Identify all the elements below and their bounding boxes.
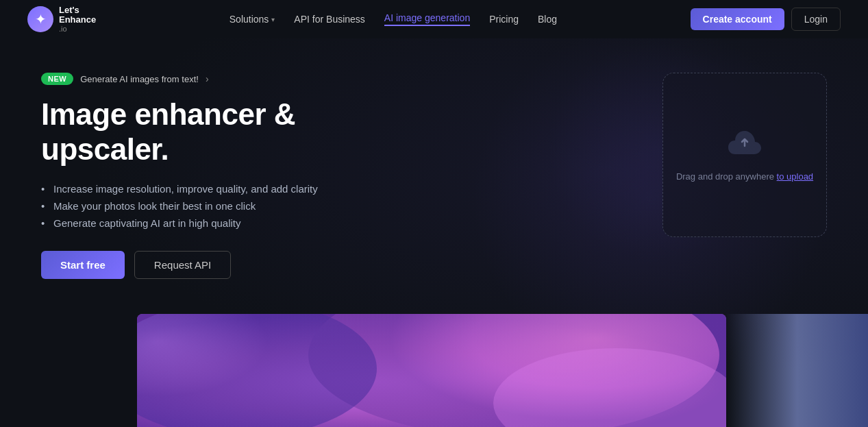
nav-solutions[interactable]: Solutions ▾ xyxy=(230,14,275,25)
logo-text: Let's Enhance .io xyxy=(59,5,96,34)
start-free-button[interactable]: Start free xyxy=(41,251,125,279)
bottom-strip xyxy=(0,314,868,427)
logo-line3: .io xyxy=(59,25,96,33)
hero-title: Image enhancer & upscaler. xyxy=(41,97,397,167)
hero-cta: Start free Request API xyxy=(41,251,397,279)
bottom-right-overlay xyxy=(726,314,868,427)
bottom-left-overlay xyxy=(0,314,137,427)
create-account-button[interactable]: Create account xyxy=(691,8,784,30)
login-button[interactable]: Login xyxy=(791,8,841,31)
logo-line1: Let's xyxy=(59,5,96,15)
upload-widget[interactable]: Drag and drop anywhere to upload xyxy=(662,73,827,237)
request-api-button[interactable]: Request API xyxy=(134,251,231,279)
badge-arrow-icon: › xyxy=(206,73,209,84)
upload-link[interactable]: to upload xyxy=(777,171,814,182)
badge-description: Generate AI images from text! xyxy=(80,74,199,84)
logo-icon: ✦ xyxy=(27,6,53,32)
hero-section: NEW Generate AI images from text! › Imag… xyxy=(0,38,868,314)
logo[interactable]: ✦ Let's Enhance .io xyxy=(27,5,96,34)
badge-new: NEW xyxy=(41,73,73,85)
chevron-down-icon: ▾ xyxy=(271,16,275,23)
nav-api-business[interactable]: API for Business xyxy=(294,14,365,25)
bottom-image xyxy=(137,314,726,427)
navbar: ✦ Let's Enhance .io Solutions ▾ API for … xyxy=(0,0,868,38)
hero-bullets: Increase image resolution, improve quali… xyxy=(41,183,397,229)
upload-text: Drag and drop anywhere to upload xyxy=(676,171,813,182)
nav-blog[interactable]: Blog xyxy=(538,14,557,25)
svg-point-2 xyxy=(137,314,377,427)
upload-icon xyxy=(728,128,761,162)
nav-ai-image[interactable]: AI image generation xyxy=(384,12,470,26)
badge-row: NEW Generate AI images from text! › xyxy=(41,73,397,85)
logo-line2: Enhance xyxy=(59,15,96,25)
bullet-1: Increase image resolution, improve quali… xyxy=(41,183,397,195)
hero-content: NEW Generate AI images from text! › Imag… xyxy=(41,66,397,279)
bullet-3: Generate captivating AI art in high qual… xyxy=(41,217,397,229)
nav-actions: Create account Login xyxy=(691,8,841,31)
bullet-2: Make your photos look their best in one … xyxy=(41,200,397,212)
nav-pricing[interactable]: Pricing xyxy=(489,14,519,25)
nav-links: Solutions ▾ API for Business AI image ge… xyxy=(230,12,557,26)
